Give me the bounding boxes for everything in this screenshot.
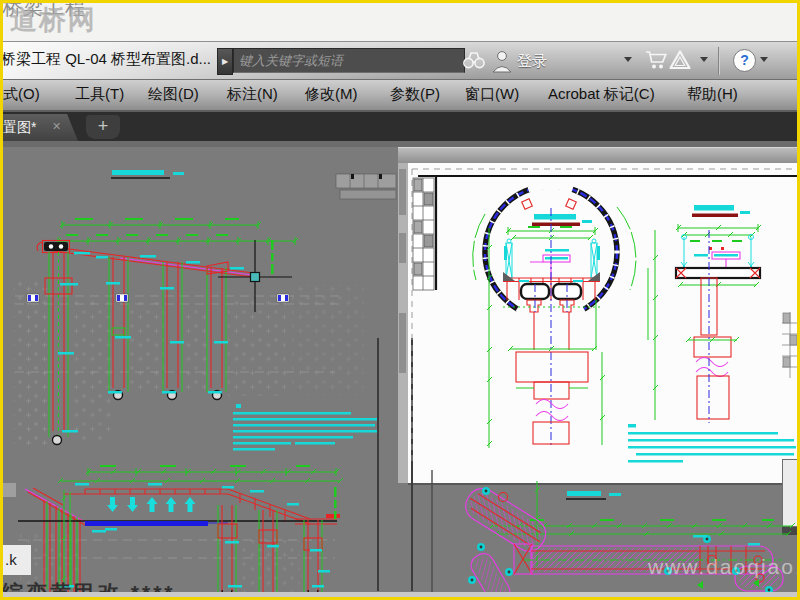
- toolbar-separator: [718, 47, 720, 75]
- layout-paper[interactable]: [408, 163, 800, 485]
- elevation-view: [14, 170, 396, 451]
- exchange-dropdown-icon[interactable]: [700, 57, 708, 62]
- drawing-tab[interactable]: 置图* ✕: [0, 114, 78, 141]
- drawing-tab-label: 置图*: [3, 119, 36, 137]
- menu-acrobat[interactable]: Acrobat 标记(C): [548, 85, 655, 104]
- top-watermark-strip: 桥梁工程 道桥网: [0, 0, 800, 42]
- menu-dimension[interactable]: 标注(N): [227, 85, 278, 104]
- login-dropdown-icon[interactable]: [624, 57, 632, 62]
- bottom-edge-strip: [0, 592, 800, 600]
- drawing-canvas[interactable]: www.daoqiao.com .k 综变黄甲改 ****: [0, 147, 800, 600]
- tab-bar-bottom-strip: [0, 141, 800, 147]
- elevation-view-2: [18, 465, 343, 595]
- crosshair-cursor: [218, 240, 292, 312]
- menu-parametric[interactable]: 参数(P): [390, 85, 440, 104]
- help-button[interactable]: ?: [733, 49, 756, 72]
- login-button[interactable]: 登录: [517, 52, 547, 71]
- watermark-site-logo: 道桥网: [10, 2, 97, 38]
- cart-icon[interactable]: [645, 49, 668, 75]
- window-corner-fragment: [782, 527, 798, 535]
- help-dropdown-icon[interactable]: [760, 57, 768, 62]
- search-history-button[interactable]: ▶: [217, 48, 233, 75]
- layout-window-header[interactable]: [398, 147, 800, 164]
- search-input[interactable]: [233, 48, 465, 73]
- menu-draw[interactable]: 绘图(D): [148, 85, 199, 104]
- document-title: 桥梁工程 QL-04 桥型布置图.d...: [1, 50, 211, 69]
- menu-bar: 式(O) 工具(T) 绘图(D) 标注(N) 修改(M) 参数(P) 窗口(W)…: [0, 80, 800, 112]
- plan-view: [460, 481, 795, 600]
- gray-fragment-box: [0, 483, 16, 497]
- title-bar: 桥梁工程 QL-04 桥型布置图.d... ▶ 登录 ?: [0, 42, 800, 80]
- tab-close-icon[interactable]: ✕: [52, 120, 61, 133]
- site-watermark: www.daoqiao.com: [648, 555, 800, 579]
- user-icon[interactable]: [491, 49, 513, 77]
- exchange-apps-icon[interactable]: [668, 49, 692, 75]
- search-binoculars-icon[interactable]: [462, 49, 486, 75]
- titleblock-fragment-panel: [782, 459, 800, 527]
- menu-modify[interactable]: 修改(M): [305, 85, 358, 104]
- menu-window[interactable]: 窗口(W): [465, 85, 519, 104]
- file-tab-bar: 置图* ✕ +: [0, 112, 800, 147]
- new-tab-button[interactable]: +: [86, 115, 120, 139]
- menu-help[interactable]: 帮助(H): [687, 85, 738, 104]
- menu-tools[interactable]: 工具(T): [75, 85, 124, 104]
- menu-format[interactable]: 式(O): [3, 85, 40, 104]
- overlay-left-label: .k: [0, 545, 31, 575]
